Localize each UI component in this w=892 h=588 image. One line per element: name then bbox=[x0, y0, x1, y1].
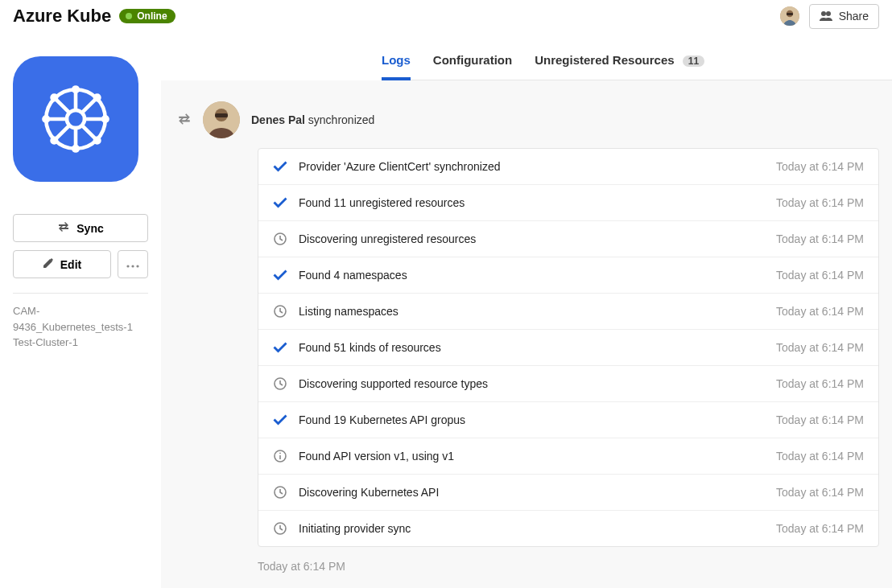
check-icon bbox=[273, 197, 287, 208]
log-item[interactable]: Discovering Kubernetes APIToday at 6:14 … bbox=[258, 475, 878, 511]
tab-logs-label: Logs bbox=[382, 53, 411, 67]
event-header: Denes Pal synchronized bbox=[169, 101, 879, 138]
log-timestamp: Today at 6:14 PM bbox=[776, 341, 864, 354]
sync-label: Sync bbox=[76, 222, 103, 235]
clock-icon bbox=[273, 486, 287, 499]
meta-line-2: Test-Cluster-1 bbox=[13, 335, 148, 351]
log-item[interactable]: Provider 'Azure ClientCert' synchronized… bbox=[258, 149, 878, 185]
sync-indicator-icon bbox=[177, 113, 192, 128]
status-badge: Online bbox=[119, 9, 175, 23]
sidebar-divider bbox=[13, 293, 148, 294]
svg-point-17 bbox=[43, 117, 48, 121]
svg-point-4 bbox=[826, 11, 831, 16]
edit-button[interactable]: Edit bbox=[13, 250, 111, 278]
main-panel: Denes Pal synchronized Provider 'Azure C… bbox=[161, 80, 892, 588]
event-action: synchronized bbox=[305, 113, 374, 126]
log-timestamp: Today at 6:14 PM bbox=[776, 486, 864, 499]
log-item[interactable]: Discovering supported resource typesToda… bbox=[258, 366, 878, 402]
log-timestamp: Today at 6:14 PM bbox=[776, 377, 864, 390]
check-icon bbox=[273, 414, 287, 426]
log-item[interactable]: Discovering unregistered resourcesToday … bbox=[258, 221, 878, 257]
sidebar-meta: CAM-9436_Kubernetes_tests-1 Test-Cluster… bbox=[13, 303, 148, 351]
clock-icon bbox=[273, 305, 287, 318]
svg-point-25 bbox=[136, 265, 138, 267]
log-item[interactable]: Listing namespacesToday at 6:14 PM bbox=[258, 294, 878, 330]
log-message: Discovering supported resource types bbox=[299, 377, 765, 390]
tab-logs[interactable]: Logs bbox=[382, 48, 411, 80]
tab-unregistered-resources[interactable]: Unregistered Resources 11 bbox=[535, 48, 704, 80]
page-title: Azure Kube bbox=[13, 6, 111, 27]
share-label: Share bbox=[839, 10, 869, 23]
log-message: Found 19 Kubernetes API gropus bbox=[299, 413, 765, 426]
log-timestamp: Today at 6:14 PM bbox=[776, 413, 864, 426]
footer-timestamp: Today at 6:14 PM bbox=[258, 560, 879, 573]
log-message: Found 51 kinds of resources bbox=[299, 341, 765, 354]
log-timestamp: Today at 6:14 PM bbox=[776, 269, 864, 282]
svg-point-19 bbox=[52, 96, 57, 101]
clock-icon bbox=[273, 232, 287, 245]
pencil-icon bbox=[43, 257, 54, 271]
svg-rect-28 bbox=[215, 113, 228, 117]
edit-label: Edit bbox=[60, 258, 81, 271]
clock-icon bbox=[273, 377, 287, 390]
header-left: Azure Kube Online bbox=[13, 6, 176, 27]
log-timestamp: Today at 6:14 PM bbox=[776, 160, 864, 173]
user-avatar[interactable] bbox=[780, 6, 799, 26]
log-message: Initiating provider sync bbox=[299, 522, 765, 535]
svg-point-15 bbox=[73, 87, 78, 92]
svg-point-18 bbox=[103, 117, 108, 121]
log-message: Found 4 namespaces bbox=[299, 269, 765, 282]
log-message: Found 11 unregistered resources bbox=[299, 196, 765, 209]
log-message: Discovering Kubernetes API bbox=[299, 486, 765, 499]
info-icon bbox=[273, 450, 287, 463]
log-item[interactable]: Initiating provider syncToday at 6:14 PM bbox=[258, 511, 878, 546]
check-icon bbox=[273, 269, 287, 281]
log-message: Discovering unregistered resources bbox=[299, 232, 765, 245]
svg-point-20 bbox=[95, 138, 100, 143]
svg-point-34 bbox=[279, 453, 281, 454]
log-timestamp: Today at 6:14 PM bbox=[776, 305, 864, 318]
log-item[interactable]: Found 19 Kubernetes API gropusToday at 6… bbox=[258, 402, 878, 438]
sidebar: Sync Edit CAM-9436_Kubernetes_tests-1 bbox=[0, 56, 161, 351]
svg-rect-2 bbox=[787, 13, 793, 15]
sync-button[interactable]: Sync bbox=[13, 214, 148, 242]
ellipsis-icon bbox=[126, 258, 139, 270]
log-timestamp: Today at 6:14 PM bbox=[776, 450, 864, 463]
log-timestamp: Today at 6:14 PM bbox=[776, 196, 864, 209]
log-item[interactable]: Found API version v1, using v1Today at 6… bbox=[258, 438, 878, 475]
status-dot-icon bbox=[126, 13, 132, 19]
event-title: Denes Pal synchronized bbox=[251, 113, 374, 126]
log-message: Found API version v1, using v1 bbox=[299, 450, 765, 463]
sidebar-buttons: Sync Edit bbox=[13, 214, 148, 278]
svg-point-22 bbox=[52, 138, 57, 143]
share-icon bbox=[820, 10, 832, 23]
log-message: Provider 'Azure ClientCert' synchronized bbox=[299, 160, 765, 173]
meta-line-1: CAM-9436_Kubernetes_tests-1 bbox=[13, 303, 148, 335]
svg-point-16 bbox=[73, 146, 78, 151]
tab-unregistered-count: 11 bbox=[683, 56, 704, 67]
more-button[interactable] bbox=[118, 250, 148, 278]
log-message: Listing namespaces bbox=[299, 305, 765, 318]
log-timestamp: Today at 6:14 PM bbox=[776, 522, 864, 535]
sync-icon bbox=[57, 221, 70, 235]
svg-point-3 bbox=[821, 11, 826, 16]
edit-row: Edit bbox=[13, 250, 148, 278]
status-label: Online bbox=[137, 10, 167, 22]
tab-configuration[interactable]: Configuration bbox=[433, 48, 512, 80]
log-item[interactable]: Found 11 unregistered resourcesToday at … bbox=[258, 185, 878, 221]
tab-unregistered-label: Unregistered Resources bbox=[535, 53, 674, 67]
share-button[interactable]: Share bbox=[809, 4, 879, 29]
log-item[interactable]: Found 51 kinds of resourcesToday at 6:14… bbox=[258, 330, 878, 366]
kubernetes-icon bbox=[13, 56, 138, 182]
check-icon bbox=[273, 161, 287, 172]
log-item[interactable]: Found 4 namespacesToday at 6:14 PM bbox=[258, 257, 878, 294]
log-list: Provider 'Azure ClientCert' synchronized… bbox=[258, 148, 879, 547]
tabs-bar: Logs Configuration Unregistered Resource… bbox=[382, 29, 892, 80]
actor-avatar[interactable] bbox=[203, 101, 240, 138]
check-icon bbox=[273, 342, 287, 353]
event-actor: Denes Pal bbox=[251, 113, 305, 126]
svg-point-23 bbox=[126, 265, 129, 267]
header-right: Share bbox=[780, 4, 879, 29]
svg-point-24 bbox=[131, 265, 134, 267]
log-timestamp: Today at 6:14 PM bbox=[776, 232, 864, 245]
